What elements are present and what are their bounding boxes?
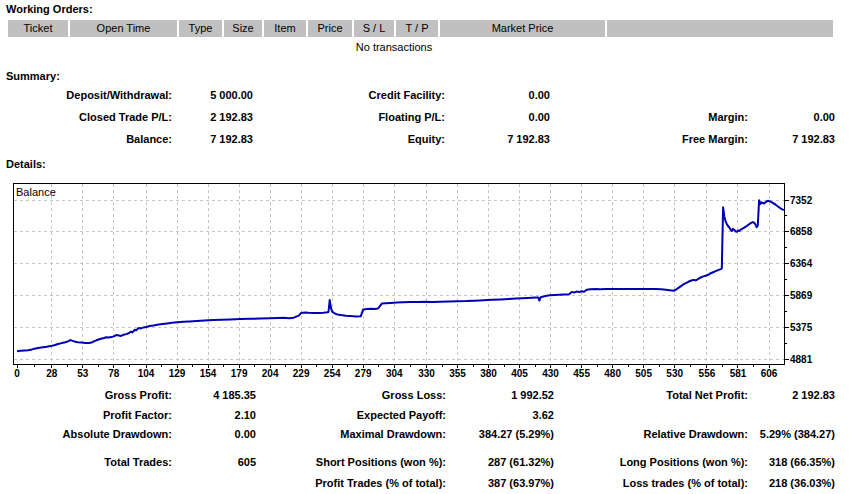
order-column-header-blank [607, 20, 833, 37]
x-axis-label: 606 [761, 368, 778, 379]
stat-value: 2 192.83 [705, 389, 835, 402]
stat-value: 218 (36.03%) [705, 477, 835, 490]
details-heading: Details: [6, 158, 46, 171]
x-axis-label: 480 [604, 368, 621, 379]
y-axis-label: 4881 [790, 354, 813, 365]
summary-value: 0.00 [420, 89, 550, 102]
x-axis-label: 330 [418, 368, 435, 379]
x-axis-label: 154 [200, 368, 217, 379]
y-axis-label: 6858 [790, 226, 813, 237]
x-axis-label: 556 [699, 368, 716, 379]
x-axis-label: 78 [108, 368, 120, 379]
stat-label: Maximal Drawdown: [216, 428, 446, 441]
x-axis-label: 581 [730, 368, 747, 379]
order-column-header-ticket: Ticket [8, 20, 68, 37]
x-axis-label: 104 [138, 368, 155, 379]
x-axis-label: 430 [542, 368, 559, 379]
stat-value: 3.62 [424, 409, 554, 422]
chart-plot-area [14, 184, 785, 365]
stat-label: Expected Payoff: [216, 409, 446, 422]
order-column-header-tp: T / P [396, 20, 438, 37]
x-axis-label: 279 [355, 368, 372, 379]
order-column-header-price: Price [308, 20, 352, 37]
x-axis-label: 505 [635, 368, 652, 379]
x-axis-label: 129 [169, 368, 186, 379]
x-axis-label: 204 [262, 368, 279, 379]
x-axis-label: 355 [449, 368, 466, 379]
summary-value: 0.00 [705, 111, 835, 124]
summary-label: Floating P/L: [215, 111, 445, 124]
summary-value: 7 192.83 [705, 133, 835, 146]
stat-value: 318 (66.35%) [705, 456, 835, 469]
summary-label: Equity: [215, 133, 445, 146]
y-axis-label: 6364 [790, 258, 813, 269]
order-column-header-open-time: Open Time [70, 20, 177, 37]
stat-value: 5.29% (384.27) [705, 428, 835, 441]
x-axis-label: 53 [77, 368, 89, 379]
summary-label: Credit Facility: [215, 89, 445, 102]
x-axis-label: 380 [480, 368, 497, 379]
x-axis-label: 254 [324, 368, 341, 379]
order-column-header-size: Size [224, 20, 262, 37]
stat-label: Gross Loss: [216, 389, 446, 402]
summary-heading: Summary: [6, 70, 60, 83]
x-axis-label: 179 [231, 368, 248, 379]
y-axis-label: 7352 [790, 195, 813, 206]
working-orders-heading: Working Orders: [6, 3, 93, 16]
chart-series-title: Balance [16, 186, 56, 198]
order-column-header-item: Item [264, 20, 306, 37]
order-column-header-type: Type [179, 20, 222, 37]
x-axis-label: 304 [386, 368, 403, 379]
x-axis-label: 229 [293, 368, 310, 379]
account-statement-report: Working Orders: TicketOpen TimeTypeSizeI… [0, 0, 851, 494]
x-axis-label: 530 [666, 368, 683, 379]
stat-label: Profit Trades (% of total): [216, 477, 446, 490]
x-axis-label: 28 [46, 368, 58, 379]
x-axis-label: 0 [14, 368, 20, 379]
y-axis-label: 5375 [790, 322, 813, 333]
stat-label: Short Positions (won %): [216, 456, 446, 469]
x-axis-label: 455 [573, 368, 590, 379]
x-axis-label: 405 [511, 368, 528, 379]
y-axis-label: 5869 [790, 290, 813, 301]
balance-chart: 7352685863645869537548810285378104129154… [0, 176, 851, 388]
order-column-header-market-price: Market Price [440, 20, 605, 37]
order-column-header-sl: S / L [354, 20, 394, 37]
no-transactions-message: No transactions [8, 41, 780, 54]
